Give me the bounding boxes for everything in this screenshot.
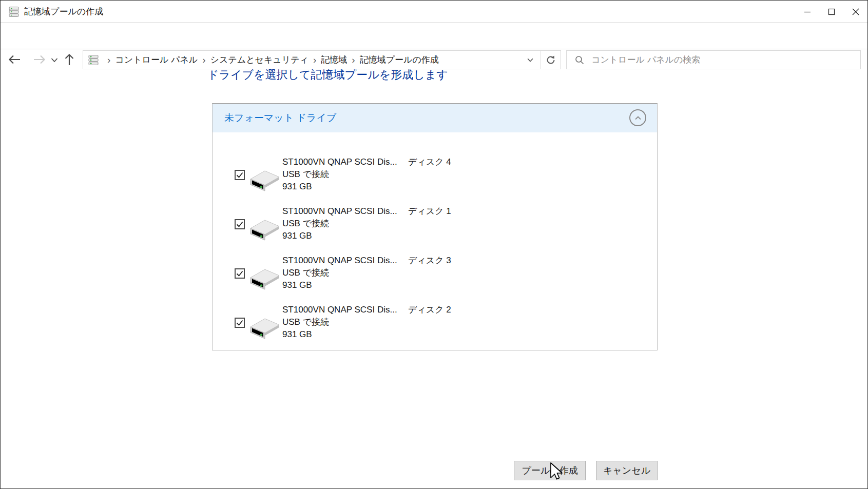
drive-row[interactable]: ST1000VN QNAP SCSI Dis... USB で接続 931 GB…	[213, 153, 657, 203]
recent-pages-chevron-icon[interactable]	[50, 56, 59, 64]
chevron-down-icon	[527, 56, 534, 64]
storage-spaces-breadcrumb-icon	[87, 54, 100, 66]
panel-header: 未フォーマット ドライブ	[213, 104, 657, 132]
drive-row[interactable]: ST1000VN QNAP SCSI Dis... USB で接続 931 GB…	[213, 252, 657, 301]
drive-model: ST1000VN QNAP SCSI Dis...	[282, 205, 397, 218]
maximize-button[interactable]	[819, 1, 843, 23]
chevron-up-icon	[634, 114, 642, 122]
close-button[interactable]	[843, 1, 867, 23]
breadcrumb-storage-spaces[interactable]: 記憶域	[321, 54, 347, 66]
checkmark-icon	[236, 220, 244, 228]
breadcrumb-create-storage-pool[interactable]: 記憶域プールの作成	[360, 54, 439, 66]
forward-button[interactable]	[33, 53, 46, 66]
back-button[interactable]	[8, 53, 21, 66]
drive-connection: USB で接続	[282, 168, 397, 181]
hard-drive-icon	[247, 264, 280, 290]
drive-model: ST1000VN QNAP SCSI Dis...	[282, 156, 397, 168]
drive-capacity: 931 GB	[282, 279, 397, 291]
drive-capacity: 931 GB	[282, 230, 397, 242]
drive-checkbox[interactable]	[235, 318, 245, 328]
window-controls	[795, 1, 867, 23]
maximize-icon	[828, 8, 835, 15]
drive-checkbox[interactable]	[235, 219, 245, 229]
drive-model: ST1000VN QNAP SCSI Dis...	[282, 255, 397, 267]
disk-number-label: ディスク 4	[408, 156, 451, 168]
drive-checkbox[interactable]	[235, 170, 245, 180]
hard-drive-icon	[247, 215, 280, 241]
hard-drive-icon	[247, 314, 280, 339]
drive-connection: USB で接続	[282, 218, 397, 230]
minimize-icon	[804, 8, 811, 15]
storage-spaces-icon	[8, 6, 20, 18]
unformatted-drives-panel: 未フォーマット ドライブ	[212, 103, 658, 350]
drive-row[interactable]: ST1000VN QNAP SCSI Dis... USB で接続 931 GB…	[213, 203, 657, 252]
drive-info: ST1000VN QNAP SCSI Dis... USB で接続 931 GB	[282, 205, 397, 242]
chevron-right-icon: ›	[103, 51, 115, 69]
drive-checkbox[interactable]	[235, 268, 245, 279]
disk-number-label: ディスク 2	[408, 304, 451, 316]
drive-capacity: 931 GB	[282, 328, 397, 341]
storage-pool-window: 記憶域プールの作成	[0, 0, 868, 489]
search-icon	[575, 55, 584, 65]
collapse-panel-button[interactable]	[629, 109, 646, 126]
checkmark-icon	[236, 171, 244, 179]
disk-number-label: ディスク 3	[408, 255, 451, 266]
up-button[interactable]	[63, 53, 76, 66]
drive-list: ST1000VN QNAP SCSI Dis... USB で接続 931 GB…	[213, 132, 657, 350]
page-title: ドライブを選択して記憶域プールを形成します	[207, 67, 448, 83]
chevron-right-icon: ›	[198, 51, 210, 69]
drive-info: ST1000VN QNAP SCSI Dis... USB で接続 931 GB	[282, 255, 397, 291]
refresh-icon	[546, 55, 556, 65]
hard-drive-icon	[247, 166, 280, 191]
search-input[interactable]	[590, 52, 860, 68]
drive-model: ST1000VN QNAP SCSI Dis...	[282, 304, 397, 316]
panel-title: 未フォーマット ドライブ	[224, 111, 336, 125]
refresh-button[interactable]	[541, 51, 561, 69]
chevron-right-icon: ›	[308, 51, 321, 69]
chevron-right-icon: ›	[347, 51, 359, 69]
search-box[interactable]	[566, 50, 861, 69]
drive-info: ST1000VN QNAP SCSI Dis... USB で接続 931 GB	[282, 156, 397, 193]
drive-connection: USB で接続	[282, 267, 397, 279]
breadcrumb-control-panel[interactable]: コントロール パネル	[115, 54, 198, 66]
address-dropdown-button[interactable]	[520, 51, 540, 69]
address-bar[interactable]: › コントロール パネル › システムとセキュリティ › 記憶域 › 記憶域プー…	[83, 50, 561, 69]
drive-row[interactable]: ST1000VN QNAP SCSI Dis... USB で接続 931 GB…	[213, 301, 657, 350]
close-icon	[852, 8, 859, 15]
minimize-button[interactable]	[795, 1, 819, 23]
navigation-bar: › コントロール パネル › システムとセキュリティ › 記憶域 › 記憶域プー…	[1, 24, 867, 49]
checkmark-icon	[236, 269, 244, 278]
breadcrumb-system-security[interactable]: システムとセキュリティ	[210, 54, 308, 66]
drive-capacity: 931 GB	[282, 181, 397, 193]
drive-connection: USB で接続	[282, 316, 397, 328]
disk-number-label: ディスク 1	[408, 205, 451, 217]
cancel-button[interactable]: キャンセル	[596, 461, 658, 480]
create-pool-button[interactable]: プールの作成	[514, 461, 586, 480]
checkmark-icon	[236, 319, 244, 327]
title-bar: 記憶域プールの作成	[1, 1, 867, 23]
drive-info: ST1000VN QNAP SCSI Dis... USB で接続 931 GB	[282, 304, 397, 341]
window-title: 記憶域プールの作成	[24, 1, 103, 23]
